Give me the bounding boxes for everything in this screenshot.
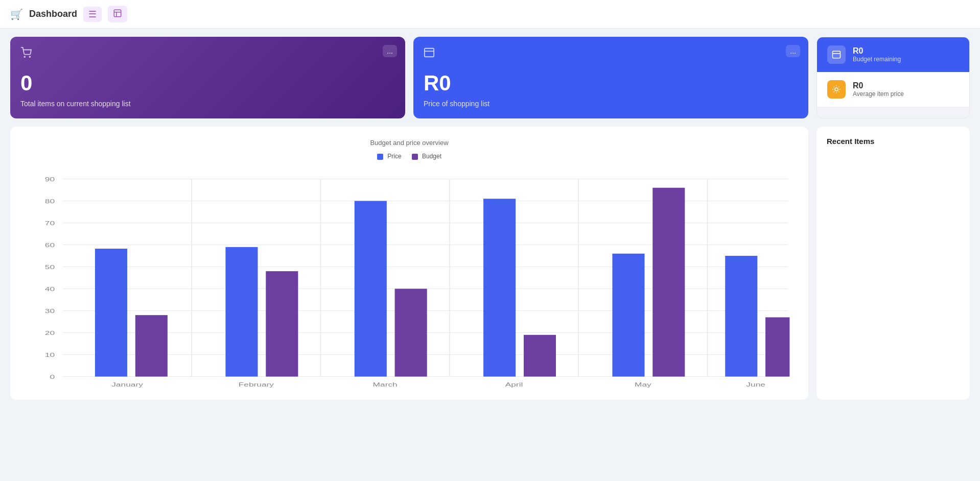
price-legend-label: Price — [387, 153, 401, 160]
budget-remaining-info: R0 Budget remaining — [853, 46, 901, 63]
svg-text:40: 40 — [45, 285, 55, 292]
budget-remaining-label: Budget remaining — [853, 56, 901, 63]
budget-legend-label: Budget — [422, 153, 441, 160]
chart-area: .grid-line { stroke: #e8e8e8; stroke-wid… — [22, 168, 796, 388]
chart-panel: Budget and price overview Price Budget — [10, 127, 808, 400]
bar-feb-budget — [266, 271, 298, 376]
price-menu-button[interactable]: ... — [786, 45, 800, 57]
average-price-label: Average item price — [853, 90, 904, 98]
bar-may-price — [612, 254, 644, 377]
svg-point-2 — [29, 56, 30, 57]
svg-point-1 — [24, 56, 25, 57]
bar-feb-price — [225, 247, 258, 377]
app-header: 🛒 Dashboard ☰ — [0, 0, 980, 29]
svg-text:50: 50 — [45, 263, 55, 270]
total-items-card: ... 0 Total items on current shopping li… — [10, 37, 405, 118]
budget-legend-dot — [412, 154, 418, 160]
svg-text:June: June — [746, 381, 765, 388]
app-title: Dashboard — [29, 9, 77, 19]
svg-text:30: 30 — [45, 307, 55, 314]
shopping-cart-icon — [20, 49, 32, 60]
price-label: Price of shopping list — [424, 100, 798, 108]
total-items-menu-button[interactable]: ... — [383, 45, 397, 57]
svg-text:60: 60 — [45, 242, 55, 248]
price-legend-dot — [377, 154, 383, 160]
user-button[interactable] — [108, 6, 127, 22]
menu-button[interactable]: ☰ — [83, 7, 102, 22]
svg-rect-4 — [833, 51, 841, 58]
svg-text:20: 20 — [45, 329, 55, 336]
average-price-value: R0 — [853, 81, 904, 90]
svg-text:March: March — [373, 381, 398, 388]
svg-rect-0 — [114, 10, 121, 17]
bar-jun-budget — [765, 317, 789, 376]
svg-text:April: April — [505, 381, 523, 388]
svg-text:May: May — [635, 381, 651, 388]
svg-text:February: February — [239, 381, 274, 388]
budget-legend: Budget — [412, 153, 441, 160]
average-price-icon-box — [827, 80, 846, 99]
total-items-value: 0 — [20, 71, 395, 95]
chart-legend: Price Budget — [22, 153, 796, 160]
svg-text:70: 70 — [45, 220, 55, 226]
bar-chart-svg: .grid-line { stroke: #e8e8e8; stroke-wid… — [22, 168, 796, 388]
price-card: ... R0 Price of shopping list — [413, 37, 808, 118]
svg-rect-3 — [425, 49, 434, 57]
bar-jan-budget — [135, 315, 168, 376]
main-content: ... 0 Total items on current shopping li… — [0, 29, 980, 408]
chart-title: Budget and price overview — [22, 139, 796, 147]
svg-point-5 — [835, 88, 838, 91]
price-legend: Price — [377, 153, 402, 160]
recent-items-panel: Recent Items — [816, 127, 970, 400]
svg-text:0: 0 — [50, 373, 55, 380]
right-panel: R0 Budget remaining R0 Average item pric… — [816, 37, 970, 118]
svg-text:90: 90 — [45, 176, 55, 182]
budget-remaining-value: R0 — [853, 46, 901, 56]
top-cards-row: ... 0 Total items on current shopping li… — [10, 37, 970, 118]
svg-text:80: 80 — [45, 198, 55, 204]
average-price-card: R0 Average item price — [817, 72, 969, 107]
recent-items-title: Recent Items — [827, 137, 960, 146]
bar-jan-price — [95, 249, 127, 376]
bar-apr-price — [483, 199, 516, 376]
bottom-row: Budget and price overview Price Budget — [10, 127, 970, 400]
bar-apr-budget — [524, 335, 556, 377]
price-icon — [424, 49, 435, 60]
bar-mar-budget — [395, 289, 427, 377]
budget-icon-box — [827, 45, 846, 64]
app-icon: 🛒 — [10, 8, 23, 20]
price-value: R0 — [424, 71, 798, 95]
budget-remaining-card: R0 Budget remaining — [817, 37, 969, 72]
bar-jun-price — [725, 256, 757, 377]
svg-text:10: 10 — [45, 351, 55, 358]
bar-mar-price — [355, 201, 387, 377]
svg-text:January: January — [111, 381, 143, 388]
average-price-info: R0 Average item price — [853, 81, 904, 98]
bar-may-budget — [652, 188, 685, 377]
total-items-label: Total items on current shopping list — [20, 100, 395, 108]
